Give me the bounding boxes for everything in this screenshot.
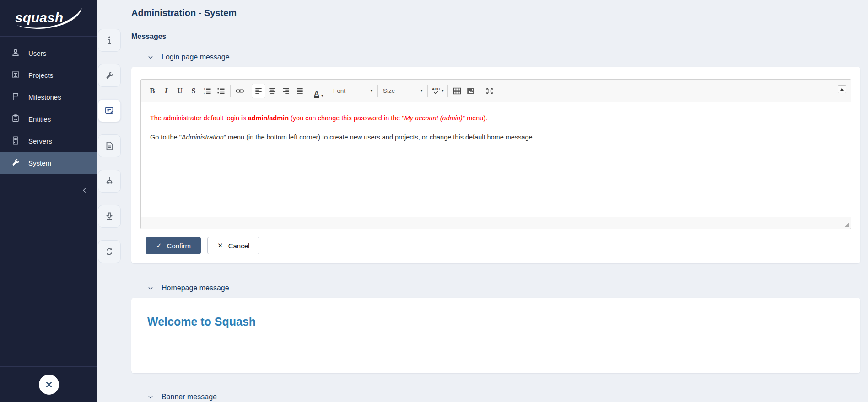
sidebar-item-label: Projects: [28, 71, 53, 79]
text-color-button[interactable]: A ▾: [312, 84, 325, 98]
file-icon: [104, 140, 115, 151]
caret-down-icon: ▾: [321, 94, 323, 98]
strikethrough-button[interactable]: S: [187, 84, 200, 98]
section-title: Homepage message: [162, 284, 229, 292]
underline-button[interactable]: U: [173, 84, 187, 98]
align-center-button[interactable]: [265, 84, 279, 98]
sidebar-item-servers[interactable]: Servers: [0, 130, 97, 152]
page-title: Administration - System: [131, 8, 860, 18]
chevron-left-icon: [81, 186, 89, 194]
toolbar-separator: [377, 85, 378, 97]
wrench-icon: [11, 157, 22, 168]
broom-icon: [104, 176, 115, 187]
rail-refresh-button[interactable]: [98, 240, 121, 263]
sidebar-item-label: Servers: [28, 137, 52, 145]
table-icon: [452, 86, 462, 96]
editor-toolbar: B I U S 1 2: [141, 80, 851, 102]
link-button[interactable]: [233, 84, 247, 98]
homepage-message-section-header[interactable]: Homepage message: [147, 284, 860, 292]
user-icon: [11, 48, 22, 59]
server-icon: [11, 135, 22, 146]
sidebar-item-users[interactable]: Users: [0, 42, 97, 64]
banner-message-section-header[interactable]: Banner message: [147, 393, 860, 401]
section-title: Banner message: [162, 393, 217, 401]
rail-settings-button[interactable]: [98, 64, 121, 87]
chevron-down-icon: [147, 54, 154, 60]
size-combo[interactable]: Size ▾: [380, 85, 425, 97]
toolbar-separator: [309, 85, 309, 97]
toolbar-separator: [427, 85, 428, 97]
sidebar-item-label: System: [28, 159, 51, 167]
chevron-down-icon: [147, 285, 154, 291]
download-icon: [104, 211, 115, 222]
toolbar-separator: [447, 85, 448, 97]
rail-messages-button[interactable]: [98, 99, 121, 122]
svg-text:2: 2: [204, 91, 205, 94]
insert-table-button[interactable]: [450, 84, 464, 98]
svg-text:squash: squash: [15, 10, 63, 25]
sidebar-item-label: Entities: [28, 115, 51, 123]
messages-group-title: Messages: [131, 32, 860, 41]
info-icon: [104, 35, 115, 46]
sidebar-item-system[interactable]: System: [0, 152, 97, 174]
align-right-button[interactable]: [279, 84, 293, 98]
wrench-icon: [104, 70, 114, 80]
bullet-list-icon: [216, 86, 226, 96]
sidebar-footer: [0, 366, 97, 402]
collapse-toolbar-button[interactable]: [838, 85, 846, 93]
font-combo[interactable]: Font ▾: [330, 85, 375, 97]
section-title: Login page message: [162, 53, 230, 61]
sidebar-item-entities[interactable]: Entities: [0, 108, 97, 130]
admin-tool-rail: [97, 0, 121, 402]
resize-handle-icon[interactable]: [844, 222, 849, 227]
rail-files-button[interactable]: [98, 134, 121, 157]
homepage-message-title: Welcome to Squash: [147, 315, 860, 328]
clipboard-icon: [11, 113, 22, 124]
justify-button[interactable]: [293, 84, 307, 98]
caret-down-icon: ▾: [371, 89, 372, 93]
check-icon: ✓: [156, 241, 162, 250]
bullet-list-button[interactable]: [214, 84, 228, 98]
triangle-up-icon: [840, 88, 844, 91]
justify-icon: [295, 86, 304, 96]
insert-image-button[interactable]: [464, 84, 478, 98]
message-edit-icon: [104, 105, 115, 116]
toolbar-separator: [230, 85, 231, 97]
sidebar-nav: Users Projects Milestones: [0, 37, 97, 174]
rail-cleaning-button[interactable]: [98, 170, 121, 193]
confirm-button[interactable]: ✓ Confirm: [146, 237, 201, 254]
numbered-list-icon: 1 2: [203, 86, 212, 96]
rail-info-button[interactable]: [98, 29, 121, 52]
maximize-icon: [485, 86, 494, 96]
editor-content-area[interactable]: The administrator default login is admin…: [141, 102, 851, 217]
align-left-button[interactable]: [252, 84, 265, 98]
cancel-button[interactable]: ✕ Cancel: [207, 237, 259, 254]
squash-logo[interactable]: squash: [0, 0, 97, 37]
maximize-button[interactable]: [483, 84, 496, 98]
sidebar-item-projects[interactable]: Projects: [0, 64, 97, 86]
flag-icon: [11, 91, 22, 102]
close-icon: ✕: [217, 241, 223, 250]
toolbar-separator: [480, 85, 480, 97]
main-content: Administration - System Messages Login p…: [121, 0, 868, 402]
bold-button[interactable]: B: [146, 84, 159, 98]
rail-download-button[interactable]: [98, 205, 121, 228]
align-left-icon: [254, 86, 263, 96]
close-admin-button[interactable]: [39, 375, 59, 395]
numbered-list-button[interactable]: 1 2: [200, 84, 214, 98]
sidebar-item-label: Users: [28, 49, 46, 57]
sidebar-collapse-button[interactable]: [78, 184, 91, 197]
italic-button[interactable]: I: [159, 84, 173, 98]
toolbar-separator: [328, 85, 328, 97]
project-document-icon: [11, 70, 22, 80]
svg-text:1: 1: [204, 87, 205, 90]
homepage-message-card[interactable]: Welcome to Squash: [131, 298, 860, 373]
login-message-section-header[interactable]: Login page message: [147, 53, 860, 61]
login-message-line2: Go to the "Administration" menu (in the …: [150, 133, 841, 142]
sidebar-item-milestones[interactable]: Milestones: [0, 86, 97, 108]
spellcheck-button[interactable]: ABC ▾: [430, 84, 445, 98]
align-right-icon: [281, 86, 291, 96]
rich-text-editor: B I U S 1 2: [140, 79, 851, 229]
spellcheck-icon: ABC: [432, 87, 440, 94]
refresh-icon: [104, 246, 115, 257]
